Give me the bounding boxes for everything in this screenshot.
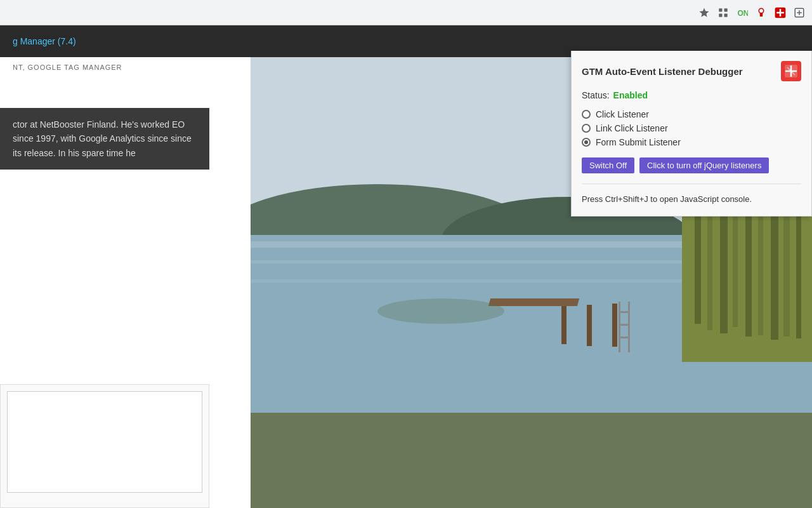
- radio-form-submit-listener[interactable]: [582, 138, 591, 147]
- gtm-status-row: Status: Enabled: [582, 90, 801, 100]
- browser-chrome: ON: [0, 0, 812, 25]
- svg-point-5: [759, 8, 764, 13]
- gtm-divider: [582, 184, 801, 184]
- radio-click-listener[interactable]: [582, 110, 591, 119]
- site-nav-link[interactable]: g Manager (7.4): [13, 36, 76, 46]
- gtm-popup-title: GTM Auto-Event Listener Debugger: [582, 66, 743, 77]
- gtm-radio-group: Click Listener Link Click Listener Form …: [582, 109, 801, 147]
- svg-text:ON: ON: [738, 8, 749, 17]
- svg-rect-31: [561, 306, 566, 344]
- svg-rect-34: [619, 302, 620, 352]
- radio-link-click-label: Link Click Listener: [596, 123, 668, 133]
- svg-rect-36: [619, 311, 630, 313]
- page-content: g Manager (7.4) NT, GOOGLE TAG MANAGER c…: [0, 25, 812, 508]
- svg-rect-1: [724, 8, 728, 11]
- svg-rect-0: [719, 8, 722, 11]
- translate-icon[interactable]: ON: [735, 5, 750, 20]
- radio-click-listener-label: Click Listener: [596, 109, 649, 119]
- svg-rect-39: [251, 413, 812, 508]
- radio-form-submit-label: Form Submit Listener: [596, 137, 681, 147]
- gtm-popup-header: GTM Auto-Event Listener Debugger: [582, 61, 801, 81]
- new-tab-icon[interactable]: [792, 5, 807, 20]
- bookmark-icon[interactable]: [697, 5, 712, 20]
- radio-item-click-listener: Click Listener: [582, 109, 801, 119]
- extensions-icon[interactable]: [716, 5, 731, 20]
- svg-rect-33: [612, 304, 617, 347]
- svg-rect-3: [724, 13, 728, 17]
- gtm-popup: GTM Auto-Event Listener Debugger Status:…: [571, 51, 812, 217]
- radio-item-link-click: Link Click Listener: [582, 123, 801, 133]
- comment-textarea[interactable]: [7, 391, 202, 493]
- svg-rect-38: [619, 337, 630, 338]
- password-manager-icon[interactable]: [754, 5, 769, 20]
- gtm-status-value: Enabled: [613, 90, 648, 100]
- svg-rect-2: [719, 13, 722, 17]
- console-hint-text: Press Ctrl+Shift+J to open JavaScript co…: [582, 194, 752, 204]
- switch-off-button[interactable]: Switch Off: [582, 157, 634, 173]
- svg-rect-30: [488, 298, 579, 306]
- svg-rect-32: [587, 305, 592, 346]
- gtm-debugger-icon[interactable]: [773, 5, 788, 20]
- gtm-console-hint: Press Ctrl+Shift+J to open JavaScript co…: [582, 193, 801, 206]
- author-bio: ctor at NetBooster Finland. He's worked …: [0, 108, 209, 170]
- svg-rect-35: [628, 302, 630, 352]
- radio-item-form-submit: Form Submit Listener: [582, 137, 801, 147]
- gtm-logo-icon: [781, 61, 801, 81]
- comment-box: [0, 384, 209, 508]
- gtm-buttons: Switch Off Click to turn off jQuery list…: [582, 157, 801, 173]
- radio-link-click-listener[interactable]: [582, 124, 591, 133]
- svg-point-40: [377, 298, 504, 324]
- gtm-status-label: Status:: [582, 90, 610, 100]
- breadcrumb: NT, GOOGLE TAG MANAGER: [0, 60, 135, 74]
- turn-off-jquery-button[interactable]: Click to turn off jQuery listeners: [639, 157, 769, 173]
- svg-rect-6: [760, 13, 763, 17]
- svg-rect-37: [619, 324, 630, 326]
